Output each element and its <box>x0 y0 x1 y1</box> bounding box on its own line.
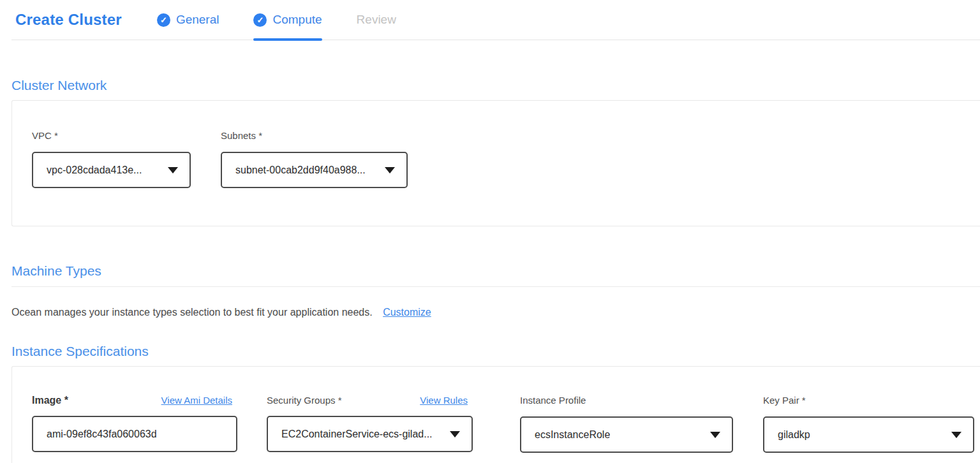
cluster-network-card: VPC * vpc-028cdada413e... Subnets * subn… <box>11 100 980 226</box>
machine-types-title: Machine Types <box>11 263 980 279</box>
check-circle-icon: ✓ <box>157 13 170 27</box>
vpc-select[interactable]: vpc-028cdada413e... <box>32 152 191 188</box>
tab-review[interactable]: Review <box>357 0 396 40</box>
chevron-down-icon <box>710 432 720 438</box>
security-groups-label-row: Security Groups * View Rules <box>267 395 473 406</box>
image-label: Image * <box>32 395 68 406</box>
security-groups-select[interactable]: EC2ContainerService-ecs-gilad... <box>267 416 473 452</box>
chevron-down-icon <box>450 431 460 437</box>
view-ami-details-link[interactable]: View Ami Details <box>161 395 232 406</box>
instance-specifications-card: Image * View Ami Details Security Groups… <box>11 366 980 463</box>
subnets-field: Subnets * subnet-00cab2dd9f40a988... <box>221 130 408 188</box>
chevron-down-icon <box>385 167 395 173</box>
section-divider <box>11 286 980 287</box>
vpc-select-value: vpc-028cdada413e... <box>47 165 142 176</box>
wizard-tabs: ✓ General ✓ Compute Review <box>157 0 396 40</box>
create-cluster-page: Create Cluster ✓ General ✓ Compute Revie… <box>0 0 980 463</box>
image-input[interactable] <box>32 416 237 452</box>
machine-types-description: Ocean manages your instance types select… <box>11 306 980 319</box>
view-rules-link[interactable]: View Rules <box>420 395 468 406</box>
cluster-network-title: Cluster Network <box>11 77 980 94</box>
tab-review-label: Review <box>357 13 396 27</box>
instance-profile-field: Instance Profile ecsInstanceRole <box>520 395 733 453</box>
check-circle-icon: ✓ <box>253 13 267 27</box>
image-label-row: Image * View Ami Details <box>32 395 237 406</box>
key-pair-select-value: giladkp <box>778 429 810 441</box>
subnets-select-value: subnet-00cab2dd9f40a988... <box>235 165 366 176</box>
tab-compute[interactable]: ✓ Compute <box>253 0 322 40</box>
machine-types-description-text: Ocean manages your instance types select… <box>11 307 373 318</box>
security-groups-label: Security Groups * <box>267 395 342 406</box>
instance-specifications-title: Instance Specifications <box>11 343 980 360</box>
wizard-header: Create Cluster ✓ General ✓ Compute Revie… <box>11 0 980 40</box>
vpc-label: VPC * <box>32 130 191 142</box>
tab-compute-label: Compute <box>272 13 322 27</box>
image-field: Image * View Ami Details <box>32 395 237 452</box>
chevron-down-icon <box>168 167 178 173</box>
key-pair-select[interactable]: giladkp <box>763 416 974 453</box>
chevron-down-icon <box>951 432 961 438</box>
vpc-field: VPC * vpc-028cdada413e... <box>32 130 191 188</box>
subnets-select[interactable]: subnet-00cab2dd9f40a988... <box>221 152 408 188</box>
tab-general[interactable]: ✓ General <box>157 0 219 40</box>
tab-general-label: General <box>176 13 219 27</box>
customize-link[interactable]: Customize <box>383 307 431 318</box>
key-pair-label: Key Pair * <box>763 395 974 406</box>
instance-profile-label: Instance Profile <box>520 395 733 406</box>
page-title: Create Cluster <box>15 11 122 29</box>
instance-profile-select[interactable]: ecsInstanceRole <box>520 416 733 453</box>
subnets-label: Subnets * <box>221 130 408 142</box>
instance-profile-select-value: ecsInstanceRole <box>535 429 610 441</box>
key-pair-field: Key Pair * giladkp <box>763 395 974 453</box>
security-groups-field: Security Groups * View Rules EC2Containe… <box>267 395 473 452</box>
security-groups-select-value: EC2ContainerService-ecs-gilad... <box>281 429 433 440</box>
